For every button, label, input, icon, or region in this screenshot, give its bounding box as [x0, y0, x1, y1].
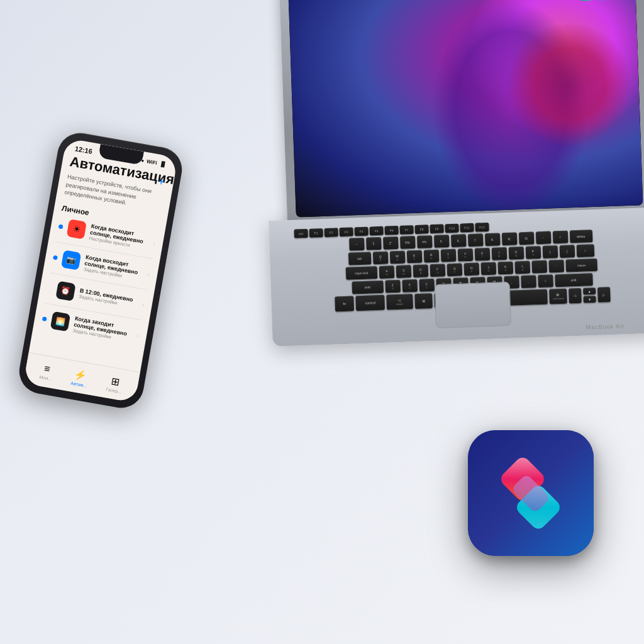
trackpad[interactable] [435, 282, 511, 328]
key-7[interactable]: 7. [467, 233, 483, 247]
key-bracket-l[interactable]: [ [542, 245, 558, 258]
shortcuts-app-icon-container [468, 430, 594, 556]
key-cmd-l[interactable]: ⌘ [414, 293, 433, 309]
key-3[interactable]: 3№ [399, 236, 415, 249]
screen-content: Автоматизация Настройте устройств, чтобы… [32, 153, 175, 352]
automation-text: Когда заходит солнце, ежедневно Задать н… [72, 315, 133, 343]
shortcuts-logo [493, 455, 569, 531]
key-bracket-r[interactable]: ] [559, 245, 575, 258]
laptop-body: esc F1 F2 F3 F4 F5 F6 F7 F8 F9 F10 F11 F… [269, 207, 644, 347]
key-4[interactable]: 4% [416, 235, 432, 248]
battery-icon: ▐▌ [159, 160, 167, 167]
key-slash[interactable]: / [538, 274, 553, 287]
key-backslash[interactable]: \ [576, 244, 594, 257]
chevron-right-icon: › [136, 332, 140, 339]
key-semicolon[interactable]: ; [531, 260, 547, 274]
automation-text: Когда восходит солнце, ежедневно Настрой… [89, 223, 150, 251]
key-s[interactable]: SЫ [396, 265, 412, 278]
key-k[interactable]: KЛ [497, 262, 513, 275]
key-d[interactable]: DВ [413, 264, 429, 277]
key-cmd-r[interactable]: ⌘ command [549, 289, 567, 304]
key-control[interactable]: control [355, 295, 385, 311]
tab-gallery[interactable]: ⊞ Галер... [106, 374, 124, 394]
key-f4[interactable]: F4 [354, 227, 368, 236]
key-6[interactable]: 6, [450, 234, 466, 247]
automation-icon-clock: ⏰ [55, 281, 75, 301]
key-f5[interactable]: F5 [369, 226, 383, 236]
key-i[interactable]: IШ [491, 247, 507, 260]
key-f1[interactable]: F1 [309, 228, 323, 238]
tab-automations[interactable]: ⚡ Автом... [70, 367, 89, 387]
key-2[interactable]: 2" [382, 236, 398, 250]
key-t[interactable]: TЕ [440, 249, 456, 262]
key-minus[interactable]: - [535, 231, 551, 244]
key-y[interactable]: YН [457, 248, 473, 262]
key-return[interactable]: return [565, 258, 597, 272]
key-shift-l[interactable]: shift [352, 280, 384, 294]
key-f6[interactable]: F6 [384, 226, 398, 235]
key-9[interactable]: 9( [501, 232, 517, 245]
tab-icon-shortcuts: ≡ [43, 363, 51, 375]
key-x[interactable]: XЧ [402, 279, 418, 292]
automation-text: В 12:00, ежедневно Задать настройки [78, 287, 138, 309]
key-f7[interactable]: F7 [399, 225, 413, 235]
key-u[interactable]: UГ [474, 248, 490, 261]
key-delete[interactable]: delete [569, 230, 592, 243]
key-f8[interactable]: F8 [414, 225, 428, 234]
tab-label-gallery: Галер... [106, 387, 122, 394]
macbook: esc F1 F2 F3 F4 F5 F6 F7 F8 F9 F10 F11 F… [260, 0, 644, 353]
key-f[interactable]: FА [430, 264, 446, 277]
chevron-right-icon: › [147, 270, 150, 277]
key-h[interactable]: HР [464, 262, 480, 275]
key-f12[interactable]: F12 [475, 223, 489, 232]
automation-icon-camera: 📷 [61, 250, 81, 270]
key-5[interactable]: 5: [433, 235, 449, 248]
key-f11[interactable]: F11 [460, 223, 474, 233]
key-tilde[interactable]: ~ [349, 238, 365, 251]
tab-my-shortcuts[interactable]: ≡ Мои... [39, 362, 54, 381]
key-arrow-left[interactable]: ◁ [569, 288, 582, 304]
key-shift-r[interactable]: shift [555, 273, 593, 287]
key-equal[interactable]: = [552, 231, 568, 244]
key-arrow-right[interactable]: ▷ [597, 287, 611, 303]
tab-icon-gallery: ⊞ [111, 374, 121, 387]
key-a[interactable]: AФ [379, 265, 395, 279]
key-f10[interactable]: F10 [445, 224, 458, 233]
key-r[interactable]: RК [423, 250, 439, 263]
active-dot [58, 224, 64, 229]
key-0[interactable]: 0) [518, 231, 534, 245]
key-arrow-down[interactable]: ▼ [583, 296, 596, 303]
chevron-right-icon: › [153, 240, 156, 247]
key-8[interactable]: 8; [484, 233, 500, 246]
key-e[interactable]: EУ [406, 250, 422, 264]
key-1[interactable]: 1 [366, 237, 382, 250]
key-capslock[interactable]: caps lock [346, 266, 378, 280]
key-l[interactable]: LД [514, 261, 530, 274]
status-time: 12:16 [74, 145, 93, 155]
key-j[interactable]: JО [481, 262, 497, 275]
key-w[interactable]: WЦ [389, 251, 405, 264]
key-option[interactable]: ⌥ option [386, 294, 413, 309]
key-arrow-up[interactable]: ▲ [583, 287, 596, 295]
automation-icon-sun: ☀ [67, 219, 87, 240]
key-z[interactable]: ZЯ [385, 280, 401, 293]
key-quote[interactable]: ' [548, 260, 564, 273]
key-esc[interactable]: esc [294, 229, 308, 238]
key-period[interactable]: . [521, 275, 536, 288]
laptop-screen-content [288, 0, 643, 218]
macbook-label: MacBook Air [586, 323, 625, 330]
key-c[interactable]: CС [419, 279, 435, 292]
key-o[interactable]: OЩ [508, 247, 524, 260]
key-fn[interactable]: fn [335, 296, 354, 311]
active-dot [53, 255, 58, 260]
key-f3[interactable]: F3 [339, 227, 353, 236]
key-f9[interactable]: F9 [430, 224, 443, 233]
tab-icon-auto: ⚡ [73, 368, 87, 382]
key-tab[interactable]: tab [348, 252, 371, 265]
key-p[interactable]: PЗ [525, 246, 541, 259]
key-q[interactable]: QЙ [372, 252, 388, 265]
automation-icon-sunset: 🌅 [50, 311, 70, 331]
key-f2[interactable]: F2 [324, 228, 338, 237]
shortcuts-app-icon[interactable] [468, 430, 594, 556]
key-g[interactable]: GП [447, 263, 463, 276]
